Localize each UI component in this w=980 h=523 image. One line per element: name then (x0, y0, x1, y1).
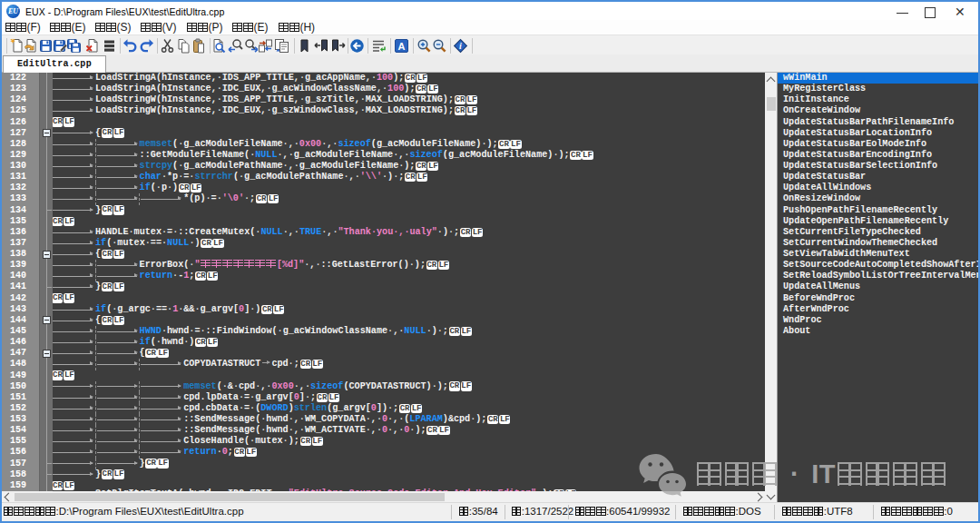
svg-text:i: i (459, 41, 462, 51)
svg-text:A: A (398, 41, 406, 52)
